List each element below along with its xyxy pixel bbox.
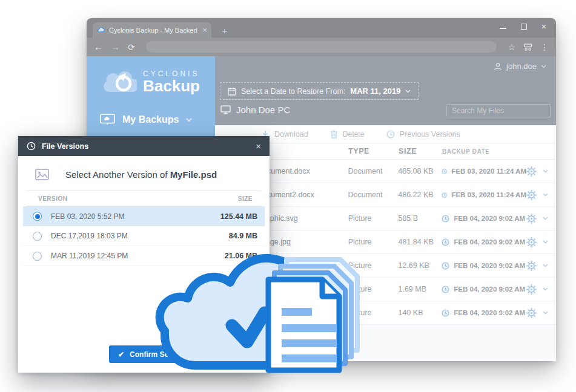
gear-icon[interactable] (526, 284, 537, 295)
new-tab-button[interactable]: + (219, 25, 231, 36)
chevron-down-icon[interactable] (543, 169, 548, 173)
back-icon[interactable]: ← (94, 42, 103, 51)
favicon-cloud-icon (97, 26, 105, 34)
gear-icon[interactable] (526, 214, 537, 224)
version-row[interactable]: DEC 17,2019 18:03 PM 84.9 MB (23, 226, 265, 246)
address-bar[interactable] (146, 41, 497, 53)
radio-selected[interactable] (33, 212, 42, 221)
gear-icon[interactable] (526, 308, 537, 318)
version-table-header: VERSION SIZE (27, 191, 261, 206)
chevron-down-icon[interactable] (543, 311, 548, 315)
cloud-logo-icon (102, 70, 137, 96)
clock-icon (386, 130, 395, 139)
bookmark-star-icon[interactable]: ☆ (508, 43, 515, 51)
gear-icon[interactable] (526, 237, 537, 247)
radio-unselected[interactable] (33, 232, 42, 241)
search-box (446, 104, 551, 117)
clock-icon (442, 238, 449, 246)
previous-versions-button[interactable]: Previous Versions (386, 130, 460, 139)
radio-unselected[interactable] (33, 252, 42, 261)
chevron-down-icon (405, 90, 411, 93)
tab-close-icon[interactable]: × (202, 26, 207, 34)
clock-icon (442, 168, 447, 175)
chevron-down-icon[interactable] (543, 240, 548, 244)
chevron-down-icon[interactable] (543, 193, 548, 197)
picture-file-icon (35, 169, 49, 180)
check-icon: ✔ (118, 350, 124, 359)
column-size: SIZE (399, 147, 442, 155)
forward-icon[interactable]: → (111, 42, 120, 51)
clock-icon (27, 142, 36, 151)
brand-backup: Backup (143, 77, 200, 96)
cloud-backup-illustration (153, 253, 366, 391)
gear-icon[interactable] (526, 261, 537, 271)
clock-icon (442, 286, 449, 293)
restore-date-selector[interactable]: Select a Date to Restore From: MAR 11, 2… (220, 82, 419, 100)
chevron-down-icon (186, 118, 192, 122)
column-backup-date: BACKUP DATE (442, 148, 527, 155)
chevron-down-icon[interactable] (543, 264, 548, 267)
tab-title: Cyclonis Backup - My Backed up (109, 27, 199, 34)
backup-monitor-icon (100, 114, 115, 126)
trash-icon (330, 130, 338, 139)
user-icon (494, 62, 502, 71)
device-name: John Doe PC (236, 105, 290, 115)
device-heading: John Doe PC (220, 105, 290, 115)
clock-icon (442, 309, 449, 317)
dialog-subtitle-row: Select Another Version of MyFile.psd (18, 169, 270, 180)
browser-navbar: ← → ⟳ ☆ ⋮ (87, 38, 556, 56)
reload-icon[interactable]: ⟳ (128, 43, 135, 51)
cloud-documents-icon (153, 253, 366, 391)
cyclonis-logo: CYCLONIS Backup (87, 70, 215, 96)
browser-tab[interactable]: Cyclonis Backup - My Backed up × (93, 22, 211, 38)
search-input[interactable] (452, 106, 546, 115)
window-close-button[interactable]: × (541, 24, 546, 30)
gear-icon[interactable] (526, 190, 537, 200)
dialog-close-icon[interactable]: × (256, 142, 261, 151)
browser-titlebar: Cyclonis Backup - My Backed up × + × (87, 18, 556, 38)
restore-date-label: Select a Date to Restore From: (241, 87, 345, 96)
window-maximize-button[interactable] (521, 24, 527, 30)
chevron-down-icon[interactable] (543, 217, 548, 220)
browser-menu-icon[interactable]: ⋮ (540, 43, 549, 51)
column-type: TYPE (348, 147, 399, 155)
chevron-down-icon (541, 65, 546, 68)
gear-icon[interactable] (526, 166, 537, 177)
page: Cyclonis Backup - My Backed up × + × ← →… (0, 0, 576, 392)
chevron-down-icon[interactable] (543, 287, 548, 291)
column-version: VERSION (38, 195, 68, 202)
clock-icon (442, 191, 447, 199)
cast-icon[interactable] (523, 43, 532, 51)
clock-icon (442, 215, 449, 223)
delete-button[interactable]: Delete (330, 130, 365, 139)
column-size: SIZE (238, 195, 253, 202)
sidebar-item-my-backups[interactable]: My Backups (87, 114, 215, 126)
restore-date-value: MAR 11, 2019 (350, 87, 400, 96)
version-row[interactable]: FEB 03, 2020 5:52 PM 125.44 MB (23, 206, 265, 226)
calendar-icon (228, 87, 236, 96)
my-backups-label: My Backups (122, 114, 179, 125)
window-minimize-button[interactable] (500, 28, 506, 29)
user-menu[interactable]: john.doe (494, 62, 546, 71)
version-file-name: MyFile.psd (170, 169, 217, 180)
dialog-header: File Versions × (18, 136, 270, 156)
clock-icon (442, 262, 449, 270)
dialog-subtitle: Select Another Version of MyFile.psd (65, 169, 217, 180)
monitor-icon (220, 105, 231, 114)
dialog-title: File Versions (42, 142, 88, 151)
user-name: john.doe (506, 62, 537, 71)
